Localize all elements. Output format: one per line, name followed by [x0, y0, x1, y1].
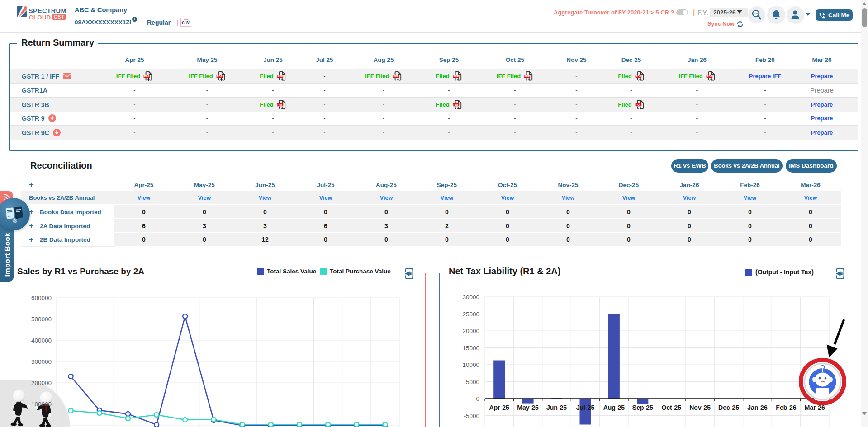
- svg-text:20000: 20000: [462, 328, 479, 334]
- svg-text:PDF: PDF: [217, 75, 222, 78]
- svg-text:300000: 300000: [31, 358, 52, 365]
- svg-text:0: 0: [476, 395, 479, 402]
- svg-text:Oct-25: Oct-25: [661, 404, 681, 411]
- svg-text:PDF: PDF: [636, 75, 641, 78]
- svg-text:Jun-25: Jun-25: [546, 404, 567, 411]
- svg-text:PDF: PDF: [525, 75, 530, 78]
- svg-text:200000: 200000: [31, 380, 52, 386]
- svg-text:PDF: PDF: [144, 75, 150, 78]
- svg-text:15000: 15000: [462, 345, 479, 352]
- svg-text:xyz: xyz: [8, 215, 10, 218]
- svg-text:600000: 600000: [31, 295, 52, 301]
- svg-text:500000: 500000: [31, 316, 52, 323]
- svg-text:PDF: PDF: [277, 75, 283, 78]
- svg-text:PDF: PDF: [636, 103, 641, 106]
- svg-text:Apr-25: Apr-25: [489, 404, 510, 411]
- svg-text:5000: 5000: [466, 379, 479, 385]
- svg-text:Nov-25: Nov-25: [689, 404, 711, 411]
- svg-text:Feb-26: Feb-26: [776, 404, 796, 411]
- svg-text:PDF: PDF: [277, 103, 283, 106]
- svg-text:GN: GN: [182, 19, 190, 26]
- svg-text:May-25: May-25: [517, 404, 539, 411]
- svg-text:Jul-25: Jul-25: [576, 404, 595, 411]
- svg-text:10000: 10000: [462, 361, 479, 368]
- svg-text:PDF: PDF: [453, 75, 459, 78]
- svg-text:PDF: PDF: [393, 75, 398, 78]
- svg-text:100000: 100000: [31, 401, 52, 408]
- svg-text:30000: 30000: [462, 294, 479, 300]
- svg-text:-5000: -5000: [464, 413, 479, 419]
- svg-text:PDF: PDF: [707, 75, 712, 78]
- svg-text:GSTIN: GSTIN: [754, 13, 759, 15]
- svg-text:400000: 400000: [31, 337, 52, 344]
- svg-text:PDF: PDF: [453, 103, 459, 106]
- svg-text:25000: 25000: [462, 311, 479, 318]
- svg-text:Jan-26: Jan-26: [747, 404, 768, 411]
- svg-text:Dec-25: Dec-25: [718, 404, 739, 411]
- svg-text:Sep-25: Sep-25: [632, 404, 653, 411]
- svg-text:Aug-25: Aug-25: [603, 404, 625, 411]
